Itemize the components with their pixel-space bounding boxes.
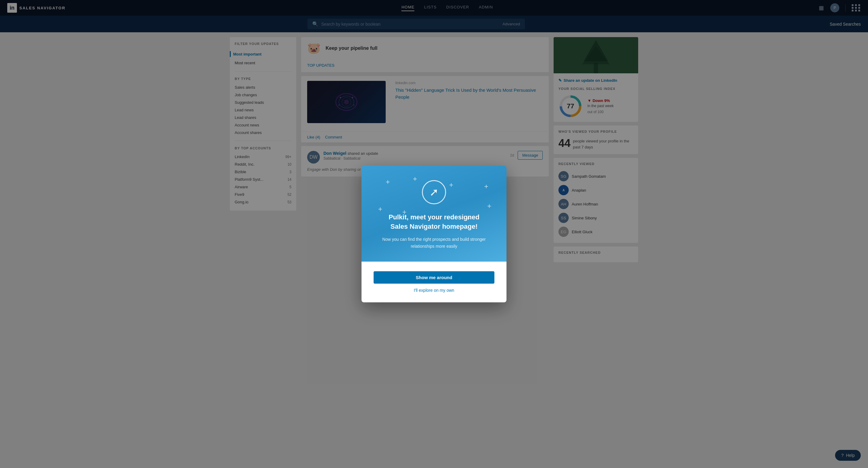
welcome-modal: + + + + + + + + ➚ Pulkit, meet your rede… (362, 166, 506, 302)
modal-header: + + + + + + + + ➚ Pulkit, meet your rede… (362, 166, 506, 262)
plus-icon-6: + (402, 208, 406, 216)
plus-icon-2: + (413, 175, 417, 183)
compass-icon: ➚ (422, 180, 446, 204)
modal-description: Now you can find the right prospects and… (374, 236, 494, 249)
compass-needle: ➚ (430, 186, 438, 199)
plus-icon-7: + (487, 202, 491, 210)
plus-icon-3: + (449, 181, 453, 189)
explore-own-link[interactable]: I'll explore on my own (414, 288, 454, 293)
modal-title: Pulkit, meet your redesignedSales Naviga… (374, 213, 494, 231)
plus-icon-4: + (484, 182, 488, 191)
show-me-around-button[interactable]: Show me around (374, 271, 494, 283)
modal-overlay[interactable]: + + + + + + + + ➚ Pulkit, meet your rede… (0, 0, 868, 468)
modal-footer: Show me around I'll explore on my own (362, 262, 506, 302)
plus-icon-1: + (386, 178, 390, 186)
plus-icon-8: + (466, 214, 470, 222)
plus-icon-5: + (378, 205, 382, 213)
